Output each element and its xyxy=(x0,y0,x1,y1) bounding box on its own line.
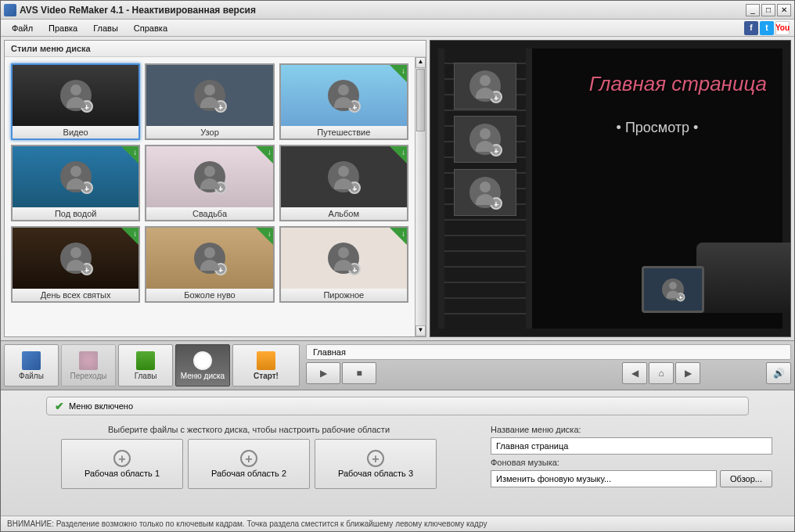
bottom-panel: ✔ Меню включено Выберите файлы с жестког… xyxy=(1,390,794,516)
prev-button[interactable]: ◀ xyxy=(622,362,647,384)
style-item-video[interactable]: +Видео xyxy=(11,63,140,140)
workspace-label: Рабочая область 3 xyxy=(338,469,413,478)
download-badge-icon xyxy=(121,228,138,245)
menu-help[interactable]: Справка xyxy=(128,22,174,34)
chapters-label: Главы xyxy=(135,372,157,380)
style-label: День всех святых xyxy=(13,289,138,301)
person-placeholder-icon: + xyxy=(469,177,501,208)
menu-enabled-bar[interactable]: ✔ Меню включено xyxy=(46,397,749,415)
files-icon xyxy=(22,351,41,370)
download-badge-icon xyxy=(390,228,407,245)
close-button[interactable]: ✕ xyxy=(777,4,791,16)
home-button[interactable]: ⌂ xyxy=(649,362,674,384)
start-button[interactable]: Старт! xyxy=(232,344,300,386)
styles-panel-header: Стили меню диска xyxy=(5,41,426,57)
volume-button[interactable]: 🔊 xyxy=(766,362,791,384)
person-placeholder-icon: + xyxy=(60,243,92,274)
style-item-album[interactable]: +Альбом xyxy=(279,145,408,221)
menubar: Файл Правка Главы Справка f t You xyxy=(1,20,794,37)
film-strip: + + + xyxy=(438,49,532,329)
download-badge-icon xyxy=(121,146,138,164)
workspace-label: Рабочая область 1 xyxy=(85,469,160,478)
facebook-icon[interactable]: f xyxy=(744,21,758,35)
bg-music-input[interactable] xyxy=(491,470,717,487)
person-placeholder-icon: + xyxy=(662,279,684,300)
style-thumb: + xyxy=(146,65,272,126)
disc-menu-label: Меню диска xyxy=(181,372,225,380)
workspace-1[interactable]: +Рабочая область 1 xyxy=(61,439,183,489)
style-label: Пирожное xyxy=(281,289,407,301)
style-item-underwater[interactable]: +Под водой xyxy=(11,145,140,221)
style-item-wedding[interactable]: +Свадьба xyxy=(145,145,274,221)
styles-scrollbar[interactable]: ▲ ▼ xyxy=(415,57,426,336)
twitter-icon[interactable]: t xyxy=(760,21,774,35)
person-placeholder-icon: + xyxy=(60,161,92,192)
next-button[interactable]: ▶ xyxy=(675,362,700,384)
disc-menu-settings: Название меню диска: Фоновая музыка: Обз… xyxy=(491,425,772,506)
stop-button[interactable]: ■ xyxy=(342,362,376,384)
disc-menu-styles-panel: Стили меню диска +Видео+Узор+Путешествие… xyxy=(4,40,426,337)
plus-icon: + xyxy=(367,450,384,467)
workspace-3[interactable]: +Рабочая область 3 xyxy=(315,439,437,489)
play-button[interactable]: ▶ xyxy=(306,362,340,384)
style-item-halloween[interactable]: +День всех святых xyxy=(11,226,140,303)
preview-title: Главная страница xyxy=(548,72,767,96)
person-placeholder-icon: + xyxy=(469,70,501,102)
style-item-beaujolais[interactable]: +Божоле нуво xyxy=(145,226,274,303)
scroll-up-button[interactable]: ▲ xyxy=(415,57,426,68)
app-icon xyxy=(4,4,16,16)
style-item-cake[interactable]: +Пирожное xyxy=(279,226,408,303)
download-badge-icon xyxy=(256,228,273,245)
files-button[interactable]: Файлы xyxy=(4,344,59,386)
app-window: AVS Video ReMaker 4.1 - Неактивированная… xyxy=(0,0,795,532)
minimize-button[interactable]: _ xyxy=(746,4,760,16)
chapters-button[interactable]: Главы xyxy=(118,344,173,386)
menu-edit[interactable]: Правка xyxy=(42,22,84,34)
preview-panel: + + + Главная страница • Просмотр • + xyxy=(430,40,791,337)
chapters-icon xyxy=(136,351,155,370)
window-title: AVS Video ReMaker 4.1 - Неактивированная… xyxy=(20,5,256,16)
disc-menu-button[interactable]: Меню диска xyxy=(175,344,230,386)
bg-music-label: Фоновая музыка: xyxy=(491,458,772,467)
download-badge-icon xyxy=(390,146,407,164)
disc-menu-icon xyxy=(193,351,212,370)
menu-title-input[interactable] xyxy=(491,437,772,455)
statusbar: ВНИМАНИЕ: Разделение возможно только по … xyxy=(1,516,794,531)
person-placeholder-icon: + xyxy=(328,80,359,111)
person-placeholder-icon: + xyxy=(194,243,225,274)
plus-icon: + xyxy=(240,450,257,467)
start-icon xyxy=(257,351,275,370)
youtube-icon[interactable]: You xyxy=(775,21,790,35)
menu-chapters[interactable]: Главы xyxy=(87,22,124,34)
transitions-icon xyxy=(79,351,98,370)
scroll-thumb[interactable] xyxy=(416,69,425,131)
style-item-travel[interactable]: +Путешествие xyxy=(279,63,408,140)
person-placeholder-icon: + xyxy=(194,161,225,192)
preview-view-link[interactable]: • Просмотр • xyxy=(548,120,767,136)
person-placeholder-icon: + xyxy=(469,124,501,155)
menu-enabled-label: Меню включено xyxy=(69,401,133,411)
style-item-pattern[interactable]: +Узор xyxy=(145,63,274,140)
person-placeholder-icon: + xyxy=(194,80,225,111)
browse-button[interactable]: Обзор... xyxy=(720,470,772,487)
menu-title-label: Название меню диска: xyxy=(491,425,772,434)
scroll-down-button[interactable]: ▼ xyxy=(415,325,426,336)
breadcrumb[interactable]: Главная xyxy=(306,344,791,360)
style-label: Путешествие xyxy=(281,126,407,138)
breadcrumb-root: Главная xyxy=(313,347,346,357)
plus-icon: + xyxy=(113,450,131,467)
workspaces-hint: Выберите файлы с жесткого диска, чтобы н… xyxy=(23,425,475,434)
download-badge-icon xyxy=(256,146,273,164)
style-label: Свадьба xyxy=(146,207,272,220)
menu-file[interactable]: Файл xyxy=(5,22,39,34)
maximize-button[interactable]: □ xyxy=(761,4,775,16)
workspace-2[interactable]: +Рабочая область 2 xyxy=(188,439,310,489)
start-label: Старт! xyxy=(254,372,279,380)
main-toolbar: Файлы Переходы Главы Меню диска Старт! Г… xyxy=(1,340,794,390)
person-placeholder-icon: + xyxy=(60,80,92,111)
person-placeholder-icon: + xyxy=(328,243,359,274)
style-thumb: + xyxy=(281,228,407,289)
style-label: Под водой xyxy=(13,207,138,220)
camcorder-decoration: + xyxy=(642,227,791,336)
style-thumb: + xyxy=(281,65,407,126)
